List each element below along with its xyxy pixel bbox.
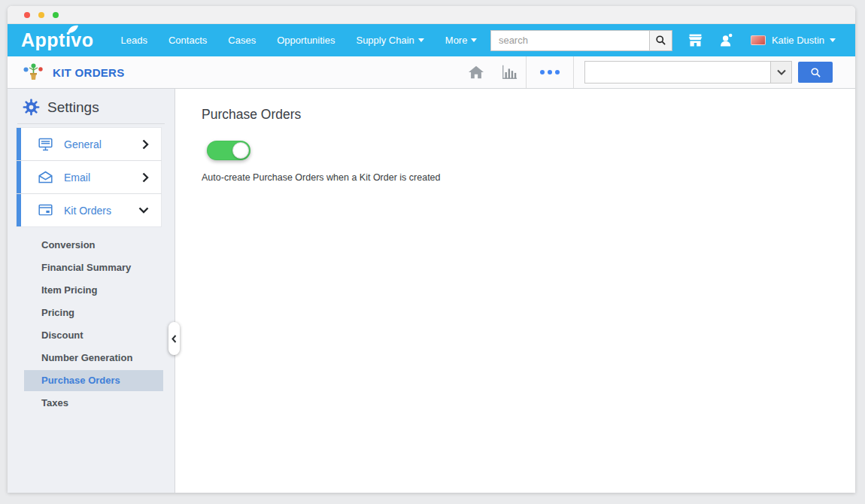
settings-header: Settings: [8, 89, 175, 116]
gear-icon: [23, 99, 40, 116]
browser-window: Apptivo Leads Contacts Cases Opportuniti…: [8, 6, 855, 493]
divider: [573, 56, 574, 88]
section-kit-orders[interactable]: Kit Orders: [17, 194, 161, 226]
sidebar-collapse-handle[interactable]: [168, 322, 180, 355]
kit-orders-submenu: Conversion Financial Summary Item Pricin…: [8, 234, 175, 414]
bar-chart-icon: [500, 64, 518, 80]
navbar-right: Katie Dustin: [490, 30, 836, 51]
chevron-down-icon: [471, 38, 477, 42]
section-email[interactable]: Email: [17, 161, 161, 193]
nav-item-opportunities[interactable]: Opportunities: [266, 30, 345, 50]
user-menu[interactable]: Katie Dustin: [772, 35, 824, 46]
app-window-icon: [38, 203, 53, 217]
app-search-button[interactable]: [798, 62, 833, 83]
more-options-button[interactable]: [527, 56, 573, 88]
nav-item-supply-chain[interactable]: Supply Chain: [345, 30, 434, 50]
chevron-right-icon: [142, 172, 149, 183]
panel-title: Purchase Orders: [202, 107, 855, 123]
section-general[interactable]: General: [17, 128, 161, 160]
auto-create-po-toggle[interactable]: [207, 141, 250, 160]
chevron-down-icon: [777, 69, 786, 75]
global-search-input[interactable]: [490, 30, 650, 51]
submenu-item-pricing[interactable]: Pricing: [8, 302, 175, 324]
chevron-down-icon: [138, 207, 149, 214]
kit-orders-app-icon: [23, 62, 44, 82]
submenu-item-purchase-orders[interactable]: Purchase Orders: [24, 370, 163, 391]
divider: [17, 123, 165, 124]
nav-item-leads[interactable]: Leads: [111, 30, 158, 50]
settings-panel: Purchase Orders Auto-create Purchase Ord…: [175, 89, 855, 493]
app-header: KIT ORDERS: [8, 56, 855, 89]
nav-item-cases[interactable]: Cases: [217, 30, 266, 50]
app-title-group: KIT ORDERS: [23, 62, 125, 82]
toggle-label: Auto-create Purchase Orders when a Kit O…: [202, 172, 855, 183]
submenu-item-conversion[interactable]: Conversion: [8, 234, 175, 257]
active-bar: [17, 128, 21, 160]
content-area: Settings General: [8, 89, 855, 493]
nav-item-more[interactable]: More: [435, 30, 488, 50]
submenu-item-number-generation[interactable]: Number Generation: [8, 347, 175, 369]
leaf-icon: [67, 25, 79, 34]
chevron-down-icon: [418, 38, 424, 42]
traffic-light-zoom[interactable]: [53, 12, 59, 18]
user-avatar[interactable]: [751, 35, 766, 45]
chevron-down-icon[interactable]: [830, 38, 836, 42]
monitor-icon: [38, 137, 53, 152]
app-store-icon[interactable]: [687, 32, 703, 48]
chevron-left-icon: [171, 335, 177, 343]
active-bar: [17, 161, 21, 193]
submenu-item-discount[interactable]: Discount: [8, 324, 175, 347]
toggle-knob: [232, 142, 249, 159]
home-icon: [468, 65, 484, 80]
active-bar: [17, 194, 21, 226]
settings-title: Settings: [47, 99, 99, 116]
top-navbar: Apptivo Leads Contacts Cases Opportuniti…: [8, 24, 855, 56]
nav-item-contacts[interactable]: Contacts: [158, 30, 217, 50]
app-header-tools: [460, 56, 833, 88]
user-notification-icon[interactable]: [718, 32, 734, 48]
submenu-item-financial-summary[interactable]: Financial Summary: [8, 257, 175, 279]
submenu-item-taxes[interactable]: Taxes: [8, 392, 175, 414]
chevron-right-icon: [142, 139, 149, 150]
reports-button[interactable]: [493, 56, 526, 88]
settings-accordion: General Email: [8, 128, 175, 226]
home-button[interactable]: [460, 56, 493, 88]
apptivo-logo[interactable]: Apptivo: [21, 29, 94, 51]
main-menu: Leads Contacts Cases Opportunities Suppl…: [111, 30, 488, 50]
app-search-input[interactable]: [584, 61, 771, 83]
submenu-item-item-pricing[interactable]: Item Pricing: [8, 279, 175, 302]
settings-sidebar: Settings General: [8, 89, 175, 493]
browser-titlebar: [8, 6, 855, 24]
page-title: KIT ORDERS: [53, 66, 125, 79]
traffic-light-close[interactable]: [24, 12, 30, 18]
envelope-icon: [38, 170, 53, 184]
traffic-light-minimize[interactable]: [38, 12, 44, 18]
search-category-dropdown[interactable]: [771, 61, 792, 83]
global-search-button[interactable]: [650, 30, 672, 51]
apptivo-logo-text: Apptivo: [21, 29, 94, 50]
ellipsis-icon: [540, 70, 545, 74]
search-icon: [810, 67, 821, 78]
search-icon: [655, 35, 666, 46]
